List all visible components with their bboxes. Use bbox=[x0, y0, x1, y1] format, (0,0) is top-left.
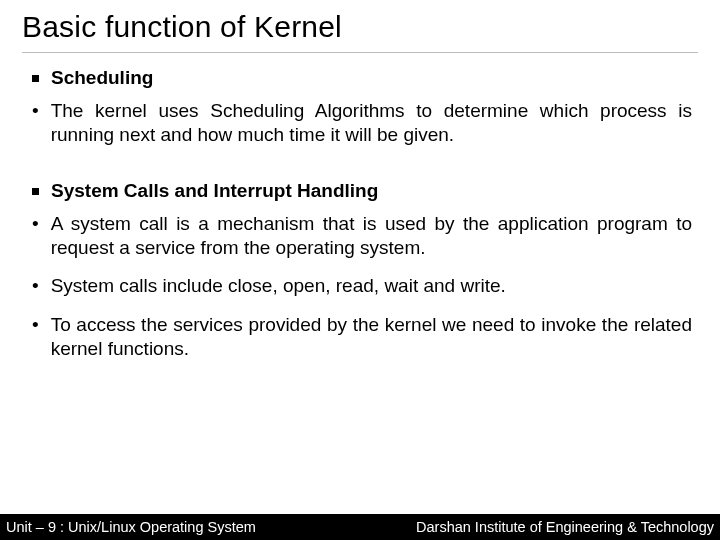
bullet-item: • System calls include close, open, read… bbox=[32, 274, 692, 298]
dot-bullet-icon: • bbox=[32, 99, 39, 123]
slide-title: Basic function of Kernel bbox=[22, 10, 698, 53]
bullet-item: • The kernel uses Scheduling Algorithms … bbox=[32, 99, 692, 148]
bullet-item: • A system call is a mechanism that is u… bbox=[32, 212, 692, 261]
bullet-item: • To access the services provided by the… bbox=[32, 313, 692, 362]
bullet-text: The kernel uses Scheduling Algorithms to… bbox=[51, 99, 692, 148]
section-heading: System Calls and Interrupt Handling bbox=[32, 180, 692, 202]
dot-bullet-icon: • bbox=[32, 212, 39, 236]
dot-bullet-icon: • bbox=[32, 274, 39, 298]
slide-footer: Unit – 9 : Unix/Linux Operating System D… bbox=[0, 514, 720, 540]
bullet-text: To access the services provided by the k… bbox=[51, 313, 692, 362]
section-heading: Scheduling bbox=[32, 67, 692, 89]
slide-content: Scheduling • The kernel uses Scheduling … bbox=[22, 67, 698, 361]
slide: Basic function of Kernel Scheduling • Th… bbox=[0, 0, 720, 540]
bullet-text: System calls include close, open, read, … bbox=[51, 274, 692, 298]
section-heading-text: Scheduling bbox=[51, 67, 153, 89]
footer-right: Darshan Institute of Engineering & Techn… bbox=[416, 519, 714, 535]
section-gap bbox=[32, 162, 692, 180]
section-heading-text: System Calls and Interrupt Handling bbox=[51, 180, 378, 202]
dot-bullet-icon: • bbox=[32, 313, 39, 337]
footer-left: Unit – 9 : Unix/Linux Operating System bbox=[6, 519, 256, 535]
bullet-text: A system call is a mechanism that is use… bbox=[51, 212, 692, 261]
square-bullet-icon bbox=[32, 188, 39, 195]
square-bullet-icon bbox=[32, 75, 39, 82]
